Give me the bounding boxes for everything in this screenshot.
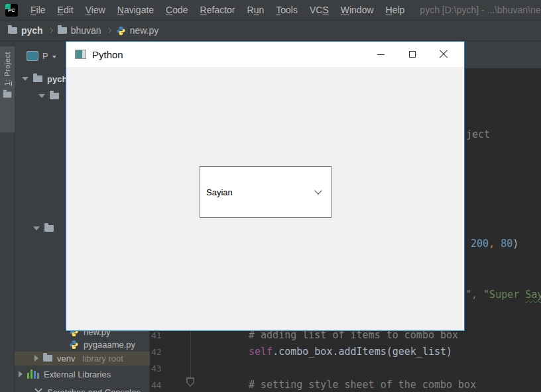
menu-vcs[interactable]: VCS <box>304 5 335 15</box>
minimize-icon <box>377 54 385 55</box>
dialog-title-bar[interactable]: Python <box>66 42 464 67</box>
maximize-button[interactable] <box>396 42 428 67</box>
menu-code[interactable]: Code <box>160 5 194 15</box>
expanded-icon[interactable] <box>22 77 29 81</box>
tree-row-pygaaame[interactable]: pygaaame.py <box>69 338 135 350</box>
menu-refactor[interactable]: Refactor <box>194 5 241 15</box>
menu-tools[interactable]: Tools <box>270 5 304 15</box>
menu-help[interactable]: Help <box>380 5 411 15</box>
line-number: 42 <box>151 347 168 357</box>
menu-bar: PC File Edit View Navigate Code Refactor… <box>0 0 541 21</box>
pycharm-window: PC File Edit View Navigate Code Refactor… <box>0 0 541 392</box>
tree-row-folder[interactable] <box>38 90 59 102</box>
folder-icon <box>58 27 67 34</box>
python-file-icon <box>69 340 79 350</box>
dialog-title: Python <box>92 49 123 60</box>
expanded-icon[interactable] <box>38 94 45 98</box>
breadcrumb: pych bhuvan new.py <box>0 21 541 41</box>
folder-icon <box>50 93 59 99</box>
tool-window-tab-project[interactable]: 1: Project <box>0 46 15 132</box>
folder-icon <box>8 27 17 34</box>
menu-run[interactable]: Run <box>241 5 270 15</box>
folder-icon <box>44 225 54 232</box>
tree-row-scratches[interactable]: Scratches and Consoles <box>34 386 141 392</box>
expanded-icon[interactable] <box>33 226 40 230</box>
code-line-42: self.combo_box.addItems(geek_list) <box>249 346 452 358</box>
window-controls <box>365 42 459 67</box>
tree-row-venv[interactable]: venv library root <box>34 352 123 364</box>
code-line-44: # setting style sheet of the combo box <box>249 379 476 391</box>
folder-icon <box>33 75 42 82</box>
close-icon <box>439 50 448 59</box>
line-number: 41 <box>151 330 168 340</box>
window-title: pych [D:\pych] - ...\bhuvan\ne <box>420 5 541 15</box>
code-fragment-comment: ject <box>466 128 490 140</box>
pycharm-logo-icon: PC <box>5 4 18 17</box>
maximize-icon <box>409 51 416 58</box>
collapsed-icon[interactable] <box>34 355 38 362</box>
breadcrumb-pych[interactable]: pych <box>8 25 43 36</box>
folder-icon <box>43 355 52 362</box>
chevron-right-icon <box>105 28 111 33</box>
menu-navigate[interactable]: Navigate <box>111 5 160 15</box>
tree-row-external-libraries[interactable]: External Libraries <box>19 368 111 380</box>
menu-edit[interactable]: Edit <box>52 5 80 15</box>
menu-file[interactable]: File <box>25 5 52 15</box>
tree-row-pych-root[interactable]: pych <box>22 73 67 85</box>
menu-window[interactable]: Window <box>335 5 380 15</box>
chevron-down-icon <box>314 187 322 194</box>
code-fragment-string: ", "Super Say <box>465 289 541 301</box>
combo-box[interactable]: Sayian <box>200 166 331 218</box>
python-app-window: Python Sayian <box>66 41 465 331</box>
project-toolwindow-icon <box>27 51 38 61</box>
project-folder-icon <box>3 92 12 98</box>
code-fragment-numbers: 200, 80) <box>471 238 518 250</box>
scratches-icon <box>34 388 42 392</box>
collapsed-icon[interactable] <box>19 371 23 377</box>
close-button[interactable] <box>428 42 459 67</box>
tree-row-folder[interactable] <box>33 222 54 234</box>
fold-marker-icon[interactable] <box>186 377 194 387</box>
python-file-icon <box>116 26 126 36</box>
project-view-dropdown[interactable]: P <box>27 51 56 61</box>
menu-view[interactable]: View <box>80 5 111 15</box>
chevron-down-icon <box>52 56 56 58</box>
chevron-right-icon <box>47 28 52 33</box>
breadcrumb-bhuvan[interactable]: bhuvan <box>58 25 101 36</box>
line-number: 44 <box>151 380 168 390</box>
tool-window-stripe: 1: Project <box>0 41 15 392</box>
minimize-button[interactable] <box>365 42 396 67</box>
combo-box-value: Sayian <box>206 187 233 197</box>
breadcrumb-newpy[interactable]: new.py <box>116 25 159 36</box>
app-window-icon <box>75 50 86 59</box>
line-number: 43 <box>151 364 168 373</box>
libraries-icon <box>27 369 39 379</box>
